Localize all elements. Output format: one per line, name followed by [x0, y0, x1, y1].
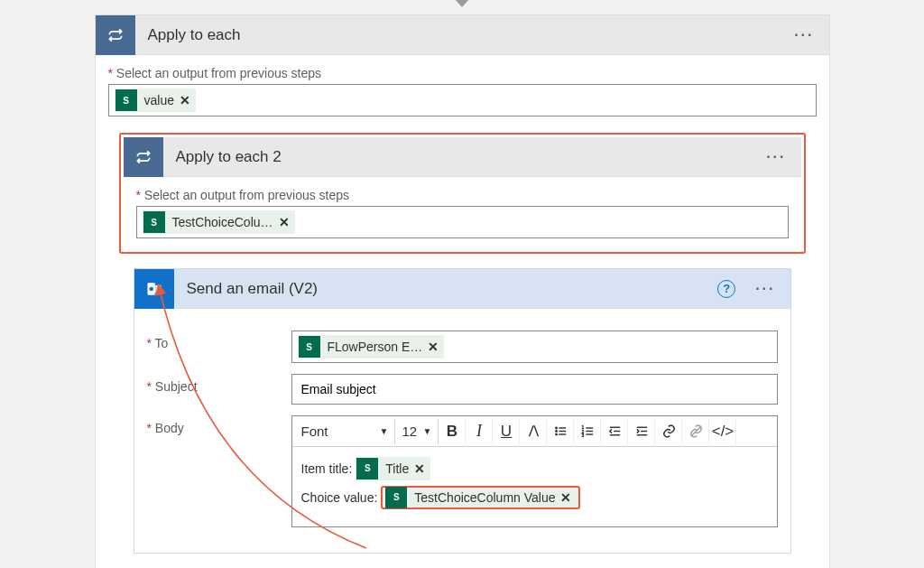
connector-chevron-icon — [455, 0, 469, 7]
remove-token-icon[interactable]: ✕ — [277, 215, 295, 229]
sharepoint-icon: S — [385, 487, 407, 508]
italic-icon[interactable]: I — [467, 419, 493, 444]
token-label: value — [141, 93, 178, 107]
font-family-select[interactable]: Font▼ — [296, 419, 395, 444]
sharepoint-icon: S — [299, 336, 320, 358]
token-label: FLowPerson E… — [324, 340, 427, 354]
card-title: Send an email (V2) — [174, 280, 718, 298]
body-label: Body — [147, 415, 291, 435]
body-text: Choice value: — [301, 485, 378, 510]
sharepoint-icon: S — [143, 211, 165, 233]
more-menu-icon[interactable]: ··· — [762, 145, 790, 169]
bullet-list-icon[interactable] — [549, 419, 574, 444]
svg-text:3: 3 — [581, 433, 584, 438]
font-size-select[interactable]: 12▼ — [397, 419, 439, 444]
dynamic-token-value[interactable]: S value ✕ — [115, 88, 196, 112]
svg-rect-1 — [154, 284, 161, 292]
font-family-value: Font — [301, 424, 328, 439]
apply-to-each-2-header[interactable]: Apply to each 2 ··· — [124, 137, 801, 177]
body-text: Item title: — [301, 456, 353, 481]
token-label: TestChoiceColu… — [169, 215, 277, 229]
card-title: Apply to each 2 — [163, 148, 763, 166]
output-token-input[interactable]: S TestChoiceColu… ✕ — [136, 206, 789, 238]
email-subject-input[interactable] — [291, 374, 778, 405]
svg-point-5 — [555, 433, 556, 434]
outlook-icon — [134, 269, 174, 309]
dynamic-token-title[interactable]: S Title ✕ — [356, 457, 430, 480]
clear-format-icon[interactable] — [684, 419, 709, 444]
more-menu-icon[interactable]: ··· — [752, 277, 779, 301]
dynamic-token-testchoice[interactable]: S TestChoiceColu… ✕ — [143, 210, 295, 234]
token-label: Title — [382, 456, 412, 481]
remove-token-icon[interactable]: ✕ — [178, 93, 196, 107]
to-label: To — [147, 331, 291, 350]
apply-to-each-header[interactable]: Apply to each ··· — [96, 15, 829, 55]
control-loop-icon — [96, 15, 135, 55]
remove-token-icon[interactable]: ✕ — [412, 456, 430, 481]
sharepoint-icon: S — [116, 89, 137, 111]
send-email-header[interactable]: Send an email (V2) ? ··· — [134, 269, 790, 309]
apply-to-each-card: Apply to each ··· Select an output from … — [95, 14, 830, 568]
email-body-input[interactable]: Item title: S Title ✕ — [292, 447, 777, 526]
control-loop-icon — [124, 137, 163, 177]
apply-to-each-2-card: Apply to each 2 ··· Select an output fro… — [124, 137, 801, 249]
bold-icon[interactable]: B — [440, 419, 466, 444]
svg-point-3 — [555, 427, 556, 428]
text-color-icon[interactable] — [522, 419, 547, 444]
email-to-input[interactable]: S FLowPerson E… ✕ — [291, 331, 778, 363]
outdent-icon[interactable] — [603, 419, 628, 444]
more-menu-icon[interactable]: ··· — [790, 23, 818, 47]
subject-label: Subject — [147, 374, 291, 394]
send-email-card: Send an email (V2) ? ··· To — [134, 268, 791, 554]
help-icon[interactable]: ? — [717, 280, 735, 298]
font-size-value: 12 — [402, 424, 418, 439]
highlight-annotation: Apply to each 2 ··· Select an output fro… — [119, 133, 806, 254]
link-icon[interactable] — [657, 419, 682, 444]
underline-icon[interactable]: U — [494, 419, 520, 444]
indent-icon[interactable] — [630, 419, 655, 444]
rich-text-toolbar: Font▼ 12▼ B I U 123 — [292, 416, 777, 447]
dynamic-token-flowperson[interactable]: S FLowPerson E… ✕ — [298, 335, 445, 358]
output-label: Select an output from previous steps — [108, 66, 817, 80]
output-label: Select an output from previous steps — [136, 188, 789, 202]
numbered-list-icon[interactable]: 123 — [576, 419, 601, 444]
rich-text-editor: Font▼ 12▼ B I U 123 — [291, 415, 778, 527]
dynamic-token-choice-value[interactable]: S TestChoiceColumn Value ✕ — [381, 486, 580, 509]
svg-point-2 — [149, 286, 153, 291]
remove-token-icon[interactable]: ✕ — [559, 485, 577, 510]
svg-point-4 — [555, 431, 556, 432]
output-token-input[interactable]: S value ✕ — [108, 84, 817, 116]
remove-token-icon[interactable]: ✕ — [426, 340, 444, 354]
token-label: TestChoiceColumn Value — [411, 485, 559, 510]
sharepoint-icon: S — [356, 458, 378, 480]
card-title: Apply to each — [135, 26, 791, 44]
code-view-icon[interactable]: </> — [711, 419, 736, 444]
